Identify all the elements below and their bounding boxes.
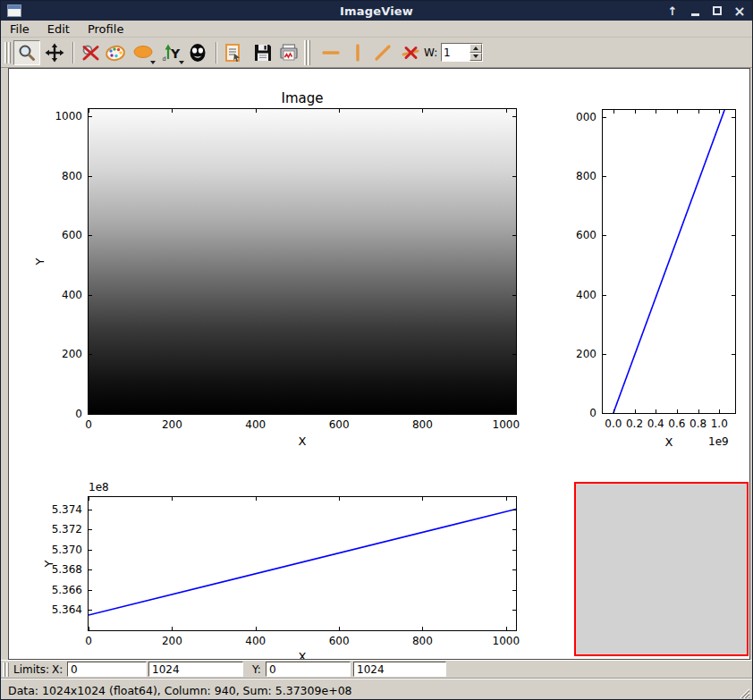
profile-width-input[interactable] (442, 44, 470, 61)
maximize-icon[interactable] (710, 4, 724, 18)
y-tick-mark (512, 235, 516, 236)
title-bar[interactable]: ImageView ↑ × (1, 1, 752, 21)
clear-profile-button[interactable] (398, 40, 423, 65)
print-plot-button[interactable] (276, 40, 301, 65)
y-tick-mark (732, 235, 735, 236)
x-tick-label: 400 (245, 418, 266, 431)
x-tick-mark (256, 627, 257, 630)
horizontal-profile-button[interactable] (318, 40, 343, 65)
y-tick-mark (603, 354, 606, 355)
x-tick-mark (656, 409, 656, 413)
plot-line (603, 110, 735, 413)
x-tick-mark (339, 497, 340, 501)
x-tick-mark (256, 109, 257, 113)
x-tick-label: 1.0 (711, 417, 728, 430)
reset-zoom-icon (80, 42, 101, 63)
plot-line (89, 497, 516, 630)
bottom-histogram-canvas[interactable]: 020040060080010005.3645.3665.3685.3705.3… (88, 496, 517, 631)
x-tick-mark (613, 409, 614, 413)
limits-label: Limits: (13, 663, 49, 676)
y-tick-label: 400 (62, 289, 82, 301)
limits-y-label: Y: (252, 663, 261, 676)
copy-clipboard-button[interactable] (221, 40, 246, 65)
save-button[interactable] (250, 40, 275, 65)
window-icon[interactable] (7, 4, 21, 17)
y-tick-mark (89, 550, 92, 551)
x-tick-mark (172, 497, 173, 501)
svg-text:Y: Y (170, 46, 181, 61)
print-plot-icon (278, 42, 300, 63)
x-tick-mark (256, 410, 257, 414)
x-tick-mark (506, 109, 507, 113)
y-tick-mark (732, 413, 735, 414)
plot-area: Image Y 02004006008001000020040060080010… (8, 68, 750, 660)
image-plot-canvas[interactable]: 0200400600800100002004006008001000 (88, 108, 517, 415)
horizontal-line-icon (320, 42, 342, 63)
x-tick-mark (172, 627, 173, 630)
x-tick-label: 800 (412, 635, 433, 647)
floppy-disk-icon (252, 42, 274, 63)
menu-edit[interactable]: Edit (46, 21, 72, 37)
bottom-histogram-offset: 1e8 (89, 481, 109, 493)
y-tick-label: 5.368 (52, 563, 82, 576)
y-tick-mark (512, 569, 516, 570)
spin-up-button[interactable] (470, 44, 482, 53)
y-tick-label: 5.370 (52, 544, 82, 556)
x-tick-mark (89, 109, 89, 113)
vertical-profile-button[interactable] (345, 40, 370, 65)
x-tick-mark (256, 497, 257, 501)
y-tick-label: 1000 (55, 110, 82, 122)
profile-toolbar-grip[interactable] (304, 40, 310, 65)
resize-grip-icon[interactable] (738, 687, 750, 699)
y-axis-direction-button[interactable]: d Y (158, 40, 185, 65)
y-tick-mark (89, 610, 92, 611)
shade-arrow-icon[interactable]: ↑ (665, 4, 680, 18)
x-tick-label: 800 (412, 418, 433, 431)
spin-down-button[interactable] (470, 53, 482, 62)
move-arrows-icon (44, 42, 65, 63)
y-tick-label: 200 (576, 348, 596, 360)
y-tick-label: 200 (62, 348, 82, 360)
side-histogram-offset: 1e9 (708, 435, 729, 448)
menu-profile[interactable]: Profile (86, 21, 125, 37)
menu-file[interactable]: File (8, 21, 31, 37)
y-tick-mark (512, 529, 516, 530)
image-plot-title: Image (258, 90, 347, 106)
reset-zoom-button[interactable] (78, 40, 103, 65)
colormap-button[interactable] (103, 40, 128, 65)
x-tick-mark (506, 497, 507, 501)
limits-toolbar: Limits: X: Y: (1, 660, 752, 678)
toolbar-separator (216, 42, 217, 63)
x-tick-mark (698, 409, 699, 413)
free-line-profile-button[interactable] (370, 40, 395, 65)
y-tick-label: 000 (576, 111, 596, 123)
y-tick-label: 5.374 (52, 503, 82, 516)
mask-tools-button[interactable] (185, 40, 210, 65)
y-tick-label: 800 (576, 170, 596, 182)
x-min-input[interactable] (67, 662, 147, 677)
x-tick-mark (172, 410, 173, 414)
clipboard-icon (223, 42, 244, 63)
toolbar-grip[interactable] (4, 42, 11, 63)
zoom-button[interactable] (13, 40, 40, 65)
x-tick-mark (506, 627, 507, 630)
x-tick-mark (677, 409, 678, 413)
minimize-icon[interactable] (688, 4, 702, 18)
window-title: ImageView (1, 4, 752, 18)
pan-button[interactable] (41, 40, 68, 65)
radar-view[interactable] (574, 482, 749, 656)
side-histogram-canvas[interactable]: 0.00.20.40.60.81.00200400600800000 (602, 109, 736, 414)
y-tick-mark (89, 295, 92, 296)
clear-profile-icon (400, 42, 421, 63)
magnifier-icon (16, 42, 38, 63)
y-min-input[interactable] (266, 662, 351, 677)
y-tick-label: 0 (589, 407, 596, 419)
x-tick-label: 200 (162, 635, 182, 647)
mask-ellipse-button[interactable] (130, 40, 157, 65)
limits-toolbar-grip[interactable] (3, 662, 9, 677)
y-tick-mark (89, 529, 92, 530)
x-max-input[interactable] (148, 662, 243, 677)
close-icon[interactable]: × (732, 4, 747, 18)
x-tick-mark (635, 110, 636, 114)
y-max-input[interactable] (353, 662, 446, 677)
